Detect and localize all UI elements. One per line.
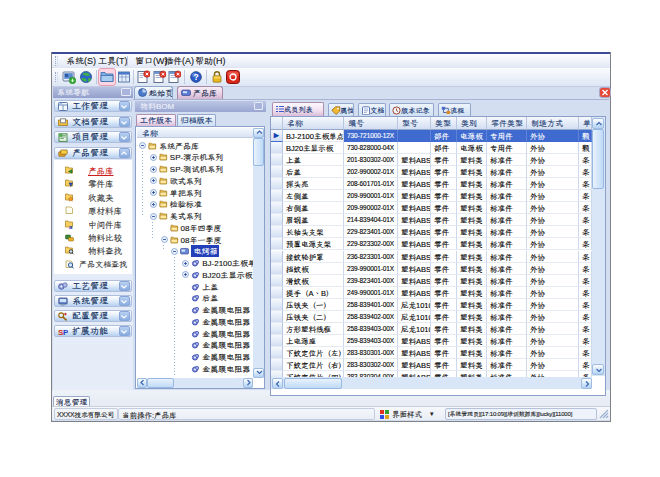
svg-text:P: P: [63, 328, 68, 336]
svg-text:?: ?: [193, 72, 198, 82]
